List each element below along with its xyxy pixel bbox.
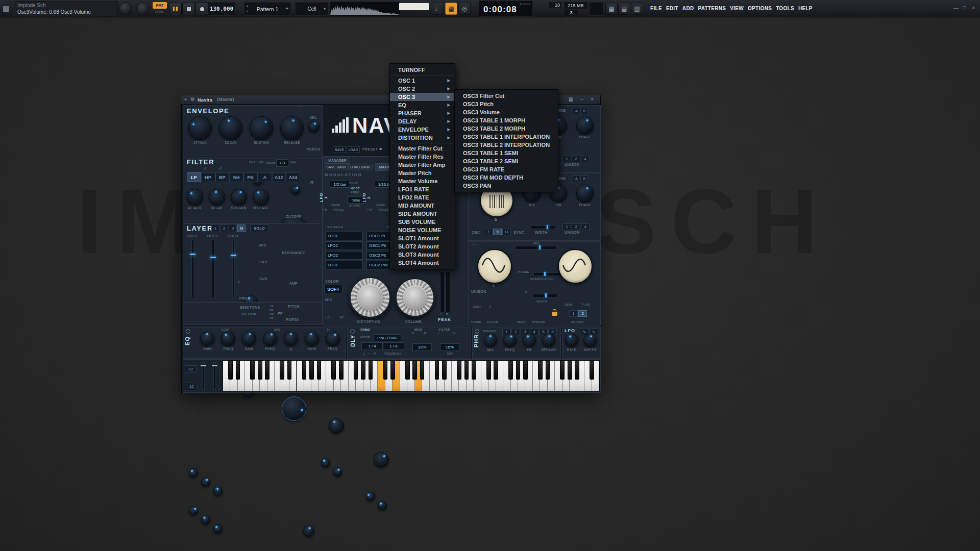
piano-black-key[interactable]: [258, 361, 262, 380]
piano-black-key[interactable]: [265, 361, 270, 380]
playlist-icon[interactable]: ▦: [605, 3, 618, 15]
context-menu-item[interactable]: OSC 1▶: [390, 77, 455, 85]
menubar-item-file[interactable]: FILE: [650, 6, 662, 11]
pattern-spinner-up-icon[interactable]: ▴: [247, 4, 248, 7]
piano-black-key[interactable]: [339, 361, 344, 380]
volume-knob[interactable]: [395, 278, 435, 317]
lfo2-fm-knob[interactable]: [366, 492, 375, 501]
piano-black-key[interactable]: [442, 361, 447, 380]
piano-black-key[interactable]: [516, 361, 521, 380]
piano-black-key[interactable]: [361, 361, 365, 380]
context-menu-item[interactable]: ENVELOPE▶: [390, 126, 455, 134]
context-menu-item[interactable]: SLOT4 Amount: [390, 259, 455, 267]
context-menu-item[interactable]: Master Volume: [390, 177, 455, 185]
strip-knob[interactable]: [201, 478, 210, 487]
expand-icon[interactable]: ▸: [185, 97, 187, 102]
phase-knob[interactable]: [576, 117, 594, 134]
multilink-controllers-icon[interactable]: ◎: [458, 3, 471, 15]
piano-black-key[interactable]: [369, 361, 373, 380]
menubar-item-view[interactable]: VIEW: [730, 6, 744, 11]
mix-knob[interactable]: [484, 334, 497, 347]
attack-knob[interactable]: [187, 189, 203, 205]
delay-mode-box[interactable]: PING PONG: [374, 334, 401, 341]
pattern-selector[interactable]: ▴ ▾ Pattern 1 +: [244, 2, 291, 16]
filter-type-row-HP[interactable]: HP: [201, 172, 215, 182]
gain-knob[interactable]: [200, 332, 214, 346]
mixer-icon[interactable]: ▥: [631, 3, 643, 15]
context-menu-item[interactable]: Master Filter Cut: [390, 144, 455, 153]
piano-black-key[interactable]: [494, 361, 498, 380]
layer-button-row-2[interactable]: 2: [220, 224, 228, 232]
filter-vel-knob[interactable]: [291, 185, 300, 194]
save-bank-button[interactable]: SAVE BANK: [325, 164, 348, 170]
lock-num-row-2[interactable]: 2: [578, 310, 587, 317]
unison-num-row-2[interactable]: 2: [572, 156, 580, 162]
freq-knob[interactable]: [326, 332, 340, 346]
lock-num-row-1[interactable]: 1: [569, 310, 578, 317]
collapse-icon[interactable]: —: [299, 104, 303, 109]
lock-icon[interactable]: [552, 312, 557, 316]
scrub-display[interactable]: [399, 3, 429, 10]
context-menu-item[interactable]: DELAY▶: [390, 117, 455, 126]
song-mode-button[interactable]: SONG: [153, 10, 167, 14]
context-menu-item[interactable]: SLOT3 Amount: [390, 251, 455, 259]
osc-a-button[interactable]: A: [573, 176, 580, 182]
gain-knob[interactable]: [305, 332, 319, 346]
piano-black-key[interactable]: [280, 361, 284, 380]
save-button[interactable]: SAVE: [333, 146, 346, 153]
piano-black-key[interactable]: [523, 361, 528, 380]
color-mode-box[interactable]: SOFT: [324, 285, 342, 293]
window-maximize-icon[interactable]: □: [963, 5, 966, 10]
interpolation-slider[interactable]: [533, 272, 562, 276]
rate-knob[interactable]: [565, 334, 578, 347]
wavetable-1-value[interactable]: 1: [477, 284, 510, 288]
piano-black-key[interactable]: [390, 361, 395, 380]
context-menu-item[interactable]: SUB VOLUME: [390, 218, 455, 226]
osc-b-button[interactable]: B: [580, 176, 588, 182]
sustain-knob[interactable]: [231, 189, 247, 205]
context-menu-item[interactable]: OSC 3▶: [390, 93, 455, 101]
filter-type-row-LP[interactable]: LP: [187, 172, 201, 182]
lfo1-phase-knob[interactable]: [333, 467, 342, 477]
context-menu-item[interactable]: LFO2 RATE: [390, 193, 455, 202]
detune-value[interactable]: 5: [480, 217, 511, 222]
piano-black-key[interactable]: [560, 361, 565, 380]
piano-black-key[interactable]: [486, 361, 491, 380]
load-bank-button[interactable]: LOAD BANK: [348, 164, 373, 170]
delay-time-right-box[interactable]: 1 / 8: [383, 342, 404, 350]
submenu-item[interactable]: OSC3 TABLE 1 MORPH: [455, 116, 558, 124]
add-pattern-icon[interactable]: +: [285, 6, 288, 11]
unison-num-row-1[interactable]: 1: [562, 223, 571, 230]
piano-black-key[interactable]: [457, 361, 461, 380]
osc-b-button[interactable]: B: [580, 108, 588, 114]
submenu-item[interactable]: OSC3 FM MOD DEPTH: [455, 173, 558, 182]
piano-black-key[interactable]: [317, 361, 322, 380]
piano-keyboard[interactable]: [223, 360, 600, 392]
manager-tab[interactable]: MANAGER: [325, 157, 350, 164]
osc-num-row-11[interactable]: 11: [502, 229, 511, 235]
context-menu-item[interactable]: Master Filter Res: [390, 153, 455, 161]
submenu-item[interactable]: OSC3 TABLE 2 INTERPOLATION: [455, 141, 558, 149]
layer-button-row-3[interactable]: 3: [229, 224, 237, 232]
context-menu-item[interactable]: NOISE VOLUME: [390, 226, 455, 234]
matrix-source-box[interactable]: LFO2: [325, 251, 363, 260]
unison-num-row-4[interactable]: 4: [581, 156, 590, 162]
piano-black-key[interactable]: [590, 361, 594, 380]
context-menu-item[interactable]: EQ▶: [390, 101, 455, 109]
main-volume-dial[interactable]: [119, 2, 132, 15]
host-label[interactable]: HOST: [351, 187, 360, 190]
load-button[interactable]: LOAD: [347, 146, 360, 153]
context-menu-item[interactable]: LFO1 RATE: [390, 185, 455, 193]
attack-knob[interactable]: [188, 116, 212, 140]
base-note-box[interactable]: C3: [276, 159, 288, 167]
piano-black-key[interactable]: [228, 361, 233, 380]
strip-knob[interactable]: [213, 524, 223, 534]
wavetable-display-2[interactable]: [558, 249, 593, 284]
delay-time-left-box[interactable]: 1 / 4: [361, 342, 383, 350]
piano-black-key[interactable]: [331, 361, 336, 380]
release-knob[interactable]: [280, 116, 304, 140]
distortion-knob[interactable]: [349, 277, 391, 318]
submenu-item[interactable]: OSC3 Volume: [455, 108, 558, 116]
decay-knob[interactable]: [209, 189, 225, 205]
matrix-source-box[interactable]: LFO2: [325, 241, 363, 250]
